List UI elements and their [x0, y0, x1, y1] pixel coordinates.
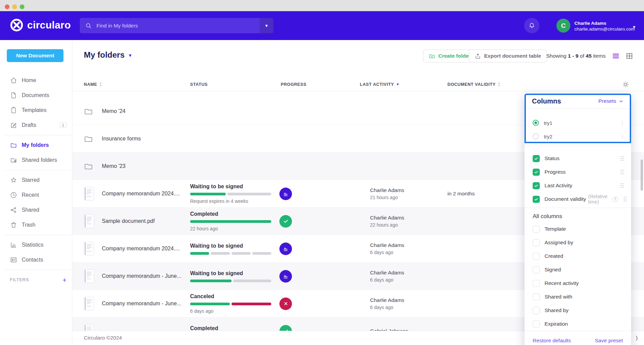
row-name[interactable]: Insurance forms: [102, 136, 190, 142]
row-name[interactable]: Company memorandum 2024....: [102, 246, 190, 252]
column-toggle-progress[interactable]: Progress: [525, 165, 631, 179]
user-menu-caret-icon[interactable]: ▼: [632, 25, 636, 30]
user-menu[interactable]: Charlie Adams charlie.adams@circularo.co…: [574, 20, 635, 32]
preset-label: try1: [544, 120, 552, 126]
add-filter-button[interactable]: +: [62, 276, 67, 284]
row-name[interactable]: Memo '24: [102, 108, 190, 114]
user-avatar[interactable]: C: [556, 19, 570, 33]
page-title[interactable]: My folders ▼: [84, 50, 132, 60]
export-document-table-button[interactable]: Export document table: [469, 50, 547, 62]
window-minimize-button[interactable]: [12, 4, 17, 9]
title-caret-icon[interactable]: ▼: [128, 52, 132, 58]
sidebar-item-contacts[interactable]: Contacts: [0, 252, 72, 267]
column-toggle-last-activity[interactable]: Last Activity: [525, 179, 631, 192]
column-toggle-document-validity[interactable]: Document validity (Relative time) ?: [525, 192, 631, 206]
grid-view-button[interactable]: [625, 52, 633, 60]
checkbox-unchecked-icon[interactable]: [533, 293, 540, 301]
checkbox-unchecked-icon[interactable]: [533, 239, 540, 246]
side-item-label: Templates: [22, 107, 47, 113]
drag-handle-icon[interactable]: [620, 183, 624, 189]
sidebar-item-recent[interactable]: Recent: [0, 188, 72, 203]
checkbox-unchecked-icon[interactable]: [533, 321, 540, 328]
preset-radio[interactable]: [533, 120, 539, 126]
sidebar-item-statistics[interactable]: Statistics: [0, 237, 72, 252]
row-name[interactable]: Memo '23: [102, 163, 190, 169]
preset-row-try1[interactable]: try1 ⋮: [525, 116, 631, 130]
column-toggle-status[interactable]: Status: [525, 152, 631, 165]
sidebar-item-documents[interactable]: Documents: [0, 88, 72, 103]
row-name[interactable]: Company memorandum - June...: [102, 301, 190, 307]
sidebar-item-trash[interactable]: Trash: [0, 217, 72, 232]
cancel-status-icon[interactable]: [279, 298, 292, 310]
search-scope-dropdown[interactable]: ▼: [260, 18, 273, 33]
preset-radio[interactable]: [533, 133, 539, 139]
save-preset-link[interactable]: Save preset: [595, 338, 623, 344]
checkbox-unchecked-icon[interactable]: [533, 226, 540, 233]
checkbox-unchecked-icon[interactable]: [533, 280, 540, 287]
column-toggle-shared-with[interactable]: Shared with: [525, 290, 631, 304]
column-label: Shared with: [545, 294, 572, 300]
sidebar-item-templates[interactable]: Templates: [0, 103, 72, 118]
presets-dropdown[interactable]: Presets: [598, 98, 624, 104]
side-item-label: Documents: [22, 92, 49, 98]
column-toggle-assigned-by[interactable]: Assigned by: [525, 236, 631, 249]
column-header-document-validity[interactable]: DOCUMENT VALIDITY ▲▼: [447, 82, 632, 87]
filters-section: FILTERS +: [0, 272, 72, 287]
window-zoom-button[interactable]: [20, 4, 24, 9]
notifications-button[interactable]: [524, 18, 539, 33]
sign-status-icon[interactable]: [279, 188, 292, 200]
window-close-button[interactable]: [5, 4, 10, 9]
row-name[interactable]: Company memorandum 2024....: [102, 191, 190, 197]
column-settings-gear-icon[interactable]: [622, 81, 629, 88]
sign-status-icon[interactable]: [279, 243, 292, 255]
brand[interactable]: circularo: [10, 19, 71, 32]
column-toggle-shared-by[interactable]: Shared by: [525, 304, 631, 317]
search-input[interactable]: Find in My folders ▼: [80, 18, 273, 33]
checkbox-unchecked-icon[interactable]: [533, 266, 540, 273]
sidebar-item-my-folders[interactable]: My folders: [0, 138, 72, 153]
sidebar-item-shared-folders[interactable]: Shared folders: [0, 153, 72, 168]
preset-row-try2[interactable]: try2 ⋮: [525, 130, 631, 143]
scrollbar-thumb[interactable]: [641, 159, 643, 191]
kebab-menu-icon[interactable]: ⋮: [620, 120, 625, 125]
row-name[interactable]: Sample document.pdf: [102, 218, 190, 224]
status-subtext: 22 hours ago: [190, 226, 271, 231]
checkbox-checked-icon[interactable]: [533, 169, 540, 176]
sidebar-item-shared[interactable]: Shared: [0, 203, 72, 217]
check-status-icon[interactable]: [279, 215, 292, 228]
drag-handle-icon[interactable]: [623, 196, 627, 202]
checkbox-checked-icon[interactable]: [533, 196, 540, 203]
status-label: Waiting to be signed: [190, 243, 271, 249]
column-header-progress[interactable]: PROGRESS: [277, 82, 360, 87]
column-header-status[interactable]: STATUS: [190, 82, 277, 87]
new-document-button[interactable]: New Document: [7, 49, 63, 62]
checkbox-checked-icon[interactable]: [533, 182, 540, 189]
column-toggle-expiration[interactable]: Expiration: [525, 317, 631, 331]
checkbox-unchecked-icon[interactable]: [533, 253, 540, 260]
column-header-last-activity[interactable]: LAST ACTIVITY ▼: [360, 82, 447, 87]
checkbox-checked-icon[interactable]: [533, 155, 540, 162]
drag-handle-icon[interactable]: [620, 155, 624, 161]
help-icon[interactable]: ?: [612, 196, 618, 202]
drag-handle-icon[interactable]: [620, 169, 624, 175]
sign-status-icon[interactable]: [279, 270, 292, 283]
column-header-name[interactable]: NAME ▲▼: [84, 82, 190, 87]
column-toggle-signed[interactable]: Signed: [525, 263, 631, 276]
row-name[interactable]: Company memorandum - June...: [102, 273, 190, 279]
sidebar-item-starred[interactable]: Starred: [0, 173, 72, 188]
kebab-menu-icon[interactable]: ⋮: [620, 134, 625, 139]
clock-icon: [10, 191, 17, 199]
checkbox-unchecked-icon[interactable]: [533, 307, 540, 314]
sidebar-item-home[interactable]: Home: [0, 73, 72, 88]
column-toggle-template[interactable]: Template: [525, 222, 631, 236]
create-folder-button[interactable]: Create folder: [423, 50, 477, 62]
sort-desc-icon[interactable]: ▼: [396, 82, 400, 86]
column-toggle-created[interactable]: Created: [525, 249, 631, 263]
restore-defaults-link[interactable]: Restore defaults: [533, 338, 571, 344]
list-view-button[interactable]: [612, 52, 620, 60]
sidebar-item-drafts[interactable]: Drafts 1: [0, 118, 72, 133]
sort-icon[interactable]: ▲▼: [498, 82, 501, 87]
status-label: Completed: [190, 325, 271, 331]
sort-icon[interactable]: ▲▼: [99, 82, 102, 87]
column-toggle-recent-activity[interactable]: Recent activity: [525, 276, 631, 290]
